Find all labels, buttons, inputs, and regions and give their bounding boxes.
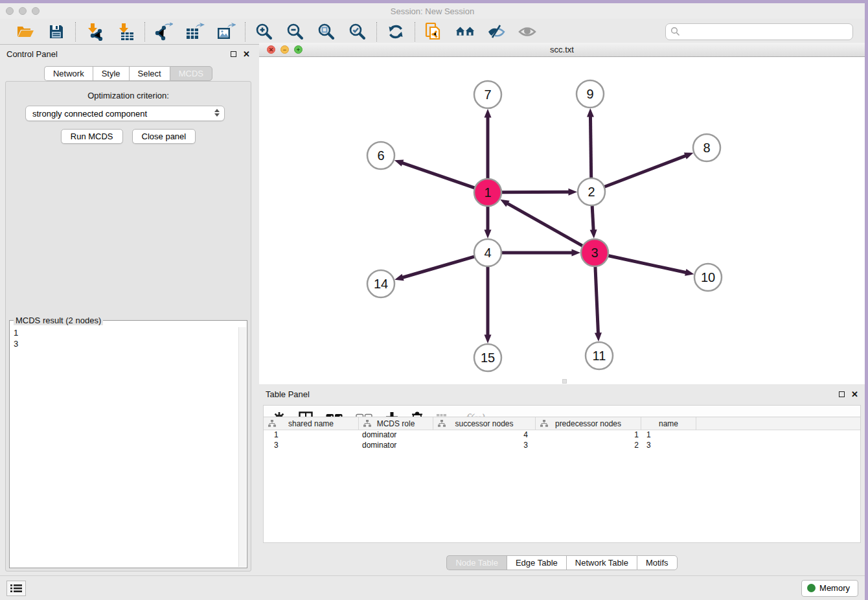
close-panel-button-2[interactable]: Close panel: [132, 129, 196, 144]
column-header-successor-nodes[interactable]: successor nodes: [433, 417, 536, 430]
list-icon: [10, 584, 22, 593]
refresh-icon: [387, 23, 404, 40]
result-scrollbar[interactable]: [238, 327, 246, 567]
edge-2-3[interactable]: [592, 205, 593, 231]
dropdown-arrows-icon: [214, 109, 220, 117]
hide-selected-button[interactable]: [486, 22, 506, 41]
edge-3-10[interactable]: [608, 255, 687, 272]
show-all-networks-button[interactable]: [455, 22, 475, 41]
column-header-label: successor nodes: [455, 419, 513, 428]
column-header-label: MCDS role: [377, 419, 415, 428]
tab-node-table[interactable]: Node Table: [446, 555, 507, 570]
import-table-button[interactable]: [116, 22, 135, 41]
tab-mcds[interactable]: MCDS: [170, 66, 212, 81]
table-cell[interactable]: dominator: [359, 441, 433, 451]
task-history-button[interactable]: [6, 581, 26, 596]
save-session-button[interactable]: [47, 22, 66, 41]
node-label-7: 7: [484, 87, 491, 102]
table-row[interactable]: 3dominator323: [264, 441, 860, 451]
edge-3-1[interactable]: [507, 203, 583, 246]
copy-network-button[interactable]: [424, 22, 444, 41]
column-header-MCDS-role[interactable]: MCDS role: [359, 417, 433, 430]
table-cell[interactable]: 1: [264, 430, 359, 441]
node-label-1: 1: [484, 185, 491, 200]
refresh-button[interactable]: [386, 22, 405, 41]
column-header-predecessor-nodes[interactable]: predecessor nodes: [536, 417, 641, 430]
export-image-button[interactable]: [216, 22, 236, 41]
node-label-6: 6: [377, 148, 384, 163]
table-cell[interactable]: 2: [536, 441, 641, 451]
canvas-splitter-grip[interactable]: [562, 379, 567, 384]
edge-1-6[interactable]: [402, 163, 475, 188]
float-panel-button[interactable]: [231, 51, 236, 57]
optimization-criterion-dropdown[interactable]: strongly connected component: [25, 106, 225, 121]
search-field[interactable]: [665, 23, 853, 40]
network-graph[interactable]: 7968124314101511: [259, 57, 865, 384]
import-table-icon: [117, 23, 135, 41]
table-float-button[interactable]: [839, 391, 845, 397]
table-close-button[interactable]: ✕: [851, 390, 858, 398]
zoom-out-button[interactable]: [286, 22, 305, 41]
table-cell[interactable]: 3: [641, 441, 696, 451]
table-body: 1dominator4113dominator323: [264, 430, 860, 451]
memory-button[interactable]: Memory: [801, 580, 858, 597]
tab-style[interactable]: Style: [93, 66, 129, 81]
node-label-9: 9: [586, 87, 593, 101]
open-file-button[interactable]: [16, 22, 35, 41]
column-header-label: predecessor nodes: [555, 419, 621, 428]
import-network-button[interactable]: [85, 22, 104, 41]
node-table[interactable]: shared nameMCDS rolesuccessor nodesprede…: [263, 417, 861, 543]
mcds-panel: Optimization criterion: strongly connect…: [5, 81, 251, 571]
table-row[interactable]: 1dominator411: [264, 430, 860, 441]
zoom-out-icon: [286, 23, 304, 41]
column-header-shared-name[interactable]: shared name: [264, 417, 359, 430]
table-cell[interactable]: 4: [433, 430, 536, 441]
edge-1-2[interactable]: [501, 192, 569, 192]
table-tabs: Node Table Edge Table Network Table Moti…: [259, 555, 865, 570]
network-canvas[interactable]: 7968124314101511: [259, 57, 865, 384]
zoom-selected-button[interactable]: [348, 22, 367, 41]
network-view-titlebar[interactable]: ✕ − + scc.txt: [259, 43, 865, 57]
table-cell[interactable]: 1: [641, 430, 696, 441]
tab-select[interactable]: Select: [129, 66, 170, 81]
control-panel-title: Control Panel: [6, 49, 58, 59]
table-cell[interactable]: dominator: [359, 430, 433, 441]
tab-edge-table[interactable]: Edge Table: [507, 555, 566, 570]
node-label-15: 15: [481, 351, 495, 365]
node-label-10: 10: [701, 270, 715, 284]
zoom-fit-icon: [317, 23, 336, 41]
export-table-button[interactable]: [185, 22, 205, 41]
close-panel-button[interactable]: ✕: [243, 50, 250, 58]
edge-4-14[interactable]: [402, 257, 475, 278]
zoom-in-icon: [255, 23, 273, 41]
zoom-in-button[interactable]: [255, 22, 274, 41]
run-mcds-button[interactable]: Run MCDS: [61, 129, 123, 144]
mcds-result-box: MCDS result (2 nodes) 1 3: [9, 320, 247, 568]
export-network-button[interactable]: [154, 22, 174, 41]
zoom-selected-icon: [348, 23, 367, 41]
table-cell[interactable]: 3: [433, 441, 536, 451]
import-network-icon: [86, 23, 104, 41]
network-view-title: scc.txt: [259, 45, 865, 54]
optimization-criterion-label: Optimization criterion:: [6, 91, 251, 100]
mcds-result-text[interactable]: 1 3: [14, 327, 238, 566]
column-header-name[interactable]: name: [641, 417, 696, 430]
table-cell[interactable]: 1: [536, 430, 641, 441]
zoom-fit-button[interactable]: [317, 22, 336, 41]
edge-3-11[interactable]: [595, 266, 599, 334]
memory-label: Memory: [819, 583, 850, 593]
edge-2-8[interactable]: [604, 156, 687, 187]
tab-motifs[interactable]: Motifs: [637, 555, 678, 570]
copy-network-icon: [425, 22, 443, 41]
save-icon: [49, 24, 64, 40]
table-header-row: shared nameMCDS rolesuccessor nodesprede…: [264, 417, 860, 430]
search-input[interactable]: [680, 27, 852, 36]
export-image-icon: [216, 23, 236, 41]
edge-2-9[interactable]: [590, 116, 591, 178]
table-cell[interactable]: 3: [264, 441, 359, 451]
tab-network[interactable]: Network: [44, 66, 93, 81]
tab-network-table[interactable]: Network Table: [566, 555, 637, 570]
memory-status-icon: [807, 584, 816, 592]
show-selected-button[interactable]: [518, 22, 537, 41]
shared-column-icon: [268, 420, 276, 428]
